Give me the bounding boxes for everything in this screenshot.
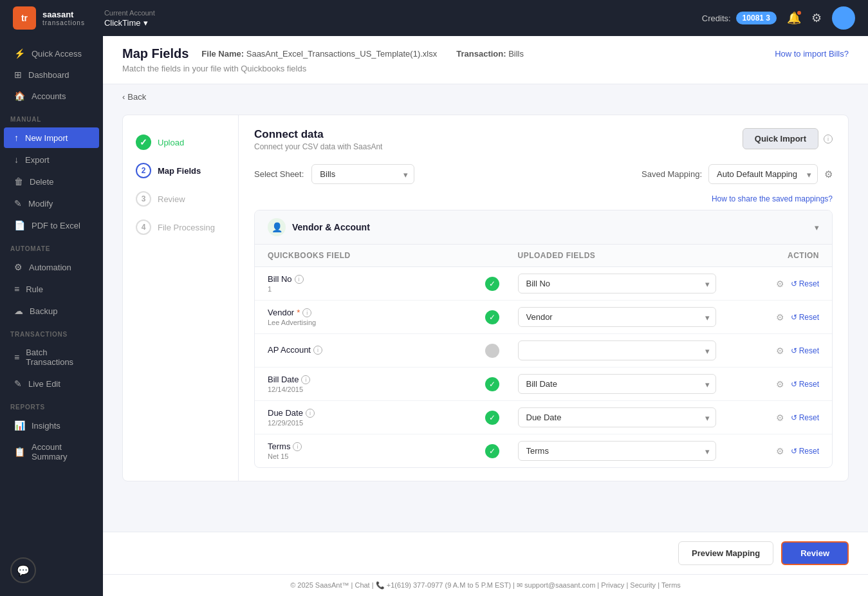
vendor-info-icon[interactable]: i [302, 308, 311, 317]
ap-account-toggle [466, 344, 518, 358]
sidebar-item-new-import[interactable]: ↑ New Import [4, 127, 99, 148]
step-upload: ✓ Upload [123, 128, 238, 156]
settings-button[interactable]: ⚙ [811, 11, 822, 25]
export-icon: ↓ [14, 154, 19, 165]
collapse-icon[interactable]: ▾ [815, 223, 819, 232]
logo-text: saasant transactions [42, 10, 85, 26]
vendor-reset-button[interactable]: ↺ Reset [791, 313, 819, 322]
sheet-select[interactable]: Bills Sheet2 [311, 164, 414, 184]
quick-access-icon: ⚡ [14, 48, 25, 59]
credits-display: Credits: 10081 3 [702, 12, 777, 24]
terms-link[interactable]: Terms [661, 581, 681, 589]
terms-info-icon[interactable]: i [293, 442, 302, 451]
vendor-select[interactable]: Vendor [518, 307, 717, 327]
sidebar-item-delete[interactable]: 🗑 Delete [4, 171, 99, 192]
bill-date-select[interactable]: Bill Date [518, 374, 717, 394]
main-area: ✓ Upload 2 Map Fields 3 Review 4 [103, 102, 868, 532]
bill-no-reset-button[interactable]: ↺ Reset [791, 279, 819, 288]
page-header: Map Fields File Name: SaasAnt_Excel_Tran… [103, 36, 868, 84]
rule-icon: ≡ [14, 284, 19, 294]
ap-account-gear-icon[interactable]: ⚙ [776, 346, 784, 356]
review-button[interactable]: Review [781, 541, 849, 565]
terms-action: ⚙ ↺ Reset [716, 446, 819, 456]
bill-date-info-icon[interactable]: i [301, 375, 310, 384]
quick-import-button[interactable]: Quick Import [743, 128, 818, 149]
bill-no-select[interactable]: Bill No [518, 274, 717, 293]
vendor-check[interactable]: ✓ [485, 310, 499, 324]
sidebar-item-quick-access[interactable]: ⚡ Quick Access [4, 43, 99, 64]
ap-account-info-icon[interactable]: i [313, 346, 322, 355]
sidebar-item-modify[interactable]: ✎ Modify [4, 193, 99, 214]
bill-date-check[interactable]: ✓ [485, 377, 499, 391]
sidebar: ⚡ Quick Access ⊞ Dashboard 🏠 Accounts MA… [0, 36, 103, 596]
sidebar-item-automation[interactable]: ⚙ Automation [4, 257, 99, 277]
due-date-reset-button[interactable]: ↺ Reset [791, 413, 819, 422]
how-to-import-link[interactable]: How to import Bills? [775, 49, 849, 59]
terms-gear-icon[interactable]: ⚙ [776, 446, 784, 456]
chat-button[interactable]: 💬 [10, 557, 36, 583]
saved-mapping-select[interactable]: Auto Default Mapping Custom Mapping 1 [708, 164, 818, 184]
due-date-select[interactable]: Due Date [518, 407, 717, 427]
sidebar-item-backup[interactable]: ☁ Backup [4, 301, 99, 321]
sidebar-item-insights[interactable]: 📊 Insights [4, 415, 99, 436]
table-row: Bill Date i 12/14/2015 ✓ [255, 368, 832, 401]
page-header-top: Map Fields File Name: SaasAnt_Excel_Tran… [122, 46, 849, 61]
steps-column: ✓ Upload 2 Map Fields 3 Review 4 [123, 115, 239, 481]
bill-no-select-wrapper: Bill No [518, 274, 717, 293]
field-bill-no: Bill No i 1 [268, 274, 466, 293]
sidebar-item-account-summary[interactable]: 📋 Account Summary [4, 437, 99, 467]
sidebar-item-rule[interactable]: ≡ Rule [4, 279, 99, 299]
chat-link[interactable]: Chat [355, 581, 369, 589]
vendor-gear-icon[interactable]: ⚙ [776, 312, 784, 322]
sidebar-item-batch-transactions[interactable]: ≡ Batch Transactions [4, 342, 99, 372]
ap-account-toggle-grey[interactable] [485, 344, 499, 358]
dashboard-icon: ⊞ [14, 70, 22, 80]
ap-account-select[interactable] [518, 340, 717, 360]
account-selector[interactable]: ClickTime ▾ [104, 18, 155, 28]
sidebar-section-manual: MANUAL [0, 107, 103, 127]
bill-date-select-wrapper: Bill Date [518, 374, 717, 394]
ap-account-reset-button[interactable]: ↺ Reset [791, 346, 819, 355]
sidebar-section-transactions: TRANSACTIONS [0, 322, 103, 342]
table-row: Due Date i 12/29/2015 ✓ [255, 401, 832, 434]
notifications-button[interactable]: 🔔 [787, 11, 801, 25]
user-avatar[interactable] [832, 6, 855, 30]
connect-data-column: Connect data Connect your CSV data with … [239, 115, 848, 481]
insights-icon: 📊 [14, 420, 25, 431]
sidebar-item-export[interactable]: ↓ Export [4, 149, 99, 170]
sidebar-item-dashboard[interactable]: ⊞ Dashboard [4, 64, 99, 85]
bill-no-info-icon[interactable]: i [295, 275, 304, 284]
sidebar-item-label: PDF to Excel [32, 221, 80, 230]
sidebar-item-label: New Import [25, 133, 68, 143]
sidebar-item-label: Accounts [32, 91, 66, 101]
table-row: Terms i Net 15 ✓ [255, 434, 832, 467]
back-button[interactable]: ‹ Back [122, 92, 146, 102]
share-mappings-link[interactable]: How to share the saved mappings? [254, 194, 833, 203]
preview-mapping-button[interactable]: Preview Mapping [678, 541, 773, 565]
terms-reset-button[interactable]: ↺ Reset [791, 447, 819, 456]
due-date-gear-icon[interactable]: ⚙ [776, 413, 784, 423]
sidebar-item-live-edit[interactable]: ✎ Live Edit [4, 373, 99, 394]
terms-select[interactable]: Terms [518, 441, 717, 461]
quick-import-info-icon[interactable]: i [824, 135, 833, 144]
bill-date-reset-button[interactable]: ↺ Reset [791, 380, 819, 389]
security-link[interactable]: Security [630, 581, 656, 589]
bill-no-toggle: ✓ [466, 277, 518, 291]
field-ap-account: AP Account i [268, 345, 466, 356]
privacy-link[interactable]: Privacy [601, 581, 624, 589]
card-layout: ✓ Upload 2 Map Fields 3 Review 4 [123, 115, 848, 481]
reset-icon: ↺ [791, 447, 797, 456]
bill-date-gear-icon[interactable]: ⚙ [776, 379, 784, 389]
sidebar-item-pdf-to-excel[interactable]: 📄 PDF to Excel [4, 215, 99, 236]
terms-check[interactable]: ✓ [485, 444, 499, 458]
due-date-check[interactable]: ✓ [485, 411, 499, 425]
transaction-label: Transaction: Bills [456, 49, 524, 59]
step-3-circle: 3 [136, 191, 151, 207]
sheet-row: Select Sheet: Bills Sheet2 Saved Mapping… [254, 164, 833, 184]
bill-no-check[interactable]: ✓ [485, 277, 499, 291]
sidebar-item-accounts[interactable]: 🏠 Accounts [4, 86, 99, 106]
mapping-settings-icon[interactable]: ⚙ [824, 169, 833, 180]
bill-no-gear-icon[interactable]: ⚙ [776, 279, 784, 289]
quick-import-area: Quick Import i [743, 128, 833, 149]
due-date-info-icon[interactable]: i [306, 409, 315, 418]
